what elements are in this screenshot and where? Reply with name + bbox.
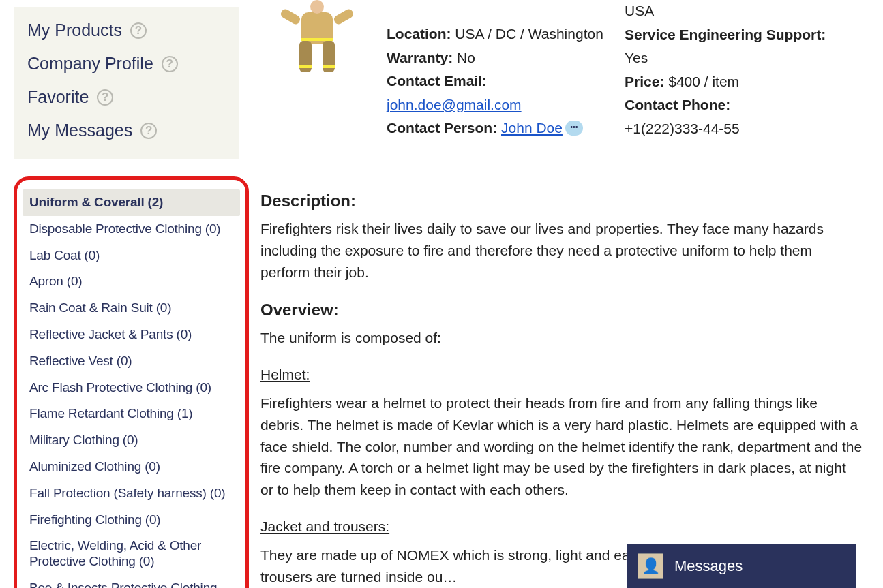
avatar-icon: 👤 — [638, 553, 663, 579]
service-support-label: Service Engineering Support: — [625, 27, 826, 42]
messages-widget-label: Messages — [674, 557, 743, 575]
nav-company-profile[interactable]: Company Profile ? — [27, 47, 225, 80]
location-label: Location: — [387, 26, 451, 42]
user-nav-box: My Products ? Company Profile ? Favorite… — [14, 7, 239, 159]
nav-favorite[interactable]: Favorite ? — [27, 80, 225, 114]
overview-heading: Overview: — [260, 298, 863, 322]
location-value: USA / DC / Washington — [455, 26, 603, 42]
help-icon[interactable]: ? — [140, 123, 157, 139]
category-item[interactable]: Apron (0) — [23, 268, 240, 295]
messages-widget[interactable]: 👤 Messages — [627, 544, 856, 588]
product-image — [260, 0, 373, 79]
contact-email-link[interactable]: john.doe@gmail.com — [387, 97, 522, 112]
category-item[interactable]: Reflective Jacket & Pants (0) — [23, 322, 240, 348]
warranty-value: No — [457, 50, 475, 65]
nav-label: Company Profile — [27, 54, 153, 74]
category-item[interactable]: Disposable Protective Clothing (0) — [23, 216, 240, 243]
nav-label: Favorite — [27, 87, 89, 107]
contact-phone-value: +1(222)333-44-55 — [625, 121, 740, 136]
category-item[interactable]: Military Clothing (0) — [23, 427, 240, 454]
overview-intro: The uniform is composed of: — [260, 327, 863, 349]
product-description: Description: Firefighters risk their liv… — [260, 189, 863, 588]
nav-label: My Messages — [27, 121, 132, 140]
category-item[interactable]: Flame Retardant Clothing (1) — [23, 401, 240, 427]
category-filter-box: Uniform & Coverall (2)Disposable Protect… — [14, 176, 249, 588]
description-intro: Firefighters risk their lives daily to s… — [260, 218, 863, 283]
help-icon[interactable]: ? — [130, 22, 147, 39]
firefighter-figure-icon — [276, 0, 358, 79]
nav-my-products[interactable]: My Products ? — [27, 14, 225, 47]
category-item[interactable]: Fall Protection (Safety harness) (0) — [23, 480, 240, 507]
category-item[interactable]: Arc Flash Protective Clothing (0) — [23, 375, 240, 401]
product-summary: Location: USA / DC / Washington Warranty… — [260, 0, 863, 141]
help-icon[interactable]: ? — [97, 89, 113, 106]
detail-col-right: USA Service Engineering Support: Yes Pri… — [625, 0, 863, 141]
category-item[interactable]: Electric, Welding, Acid & Other Protecti… — [23, 533, 240, 575]
service-support-value: Yes — [625, 50, 648, 65]
contact-person-link[interactable]: John Doe — [501, 117, 563, 140]
category-item[interactable]: Lab Coat (0) — [23, 243, 240, 269]
jacket-heading: Jacket and trousers: — [260, 516, 389, 538]
help-icon[interactable]: ? — [162, 56, 178, 72]
manufactured-value: USA — [625, 3, 654, 18]
nav-my-messages[interactable]: My Messages ? — [27, 114, 225, 147]
contact-phone-label: Contact Phone: — [625, 97, 730, 112]
helmet-heading: Helmet: — [260, 364, 310, 386]
detail-col-left: Location: USA / DC / Washington Warranty… — [387, 0, 625, 141]
category-item[interactable]: Firefighting Clothing (0) — [23, 507, 240, 533]
category-item[interactable]: Rain Coat & Rain Suit (0) — [23, 295, 240, 322]
description-heading: Description: — [260, 189, 863, 213]
helmet-text: Firefighters wear a helmet to protect th… — [260, 392, 863, 501]
nav-label: My Products — [27, 20, 122, 40]
category-item[interactable]: Uniform & Coverall (2) — [23, 189, 240, 216]
chat-bubble-icon[interactable]: ••• — [565, 121, 583, 136]
contact-person-label: Contact Person: — [387, 117, 497, 140]
price-label: Price: — [625, 74, 664, 89]
warranty-label: Warranty: — [387, 50, 453, 65]
category-item[interactable]: Aluminized Clothing (0) — [23, 454, 240, 480]
contact-email-label: Contact Email: — [387, 73, 487, 89]
price-value: $400 / item — [668, 74, 739, 89]
category-item[interactable]: Reflective Vest (0) — [23, 348, 240, 375]
category-item[interactable]: Bee & Insects Protective Clothing (0) — [23, 575, 240, 588]
